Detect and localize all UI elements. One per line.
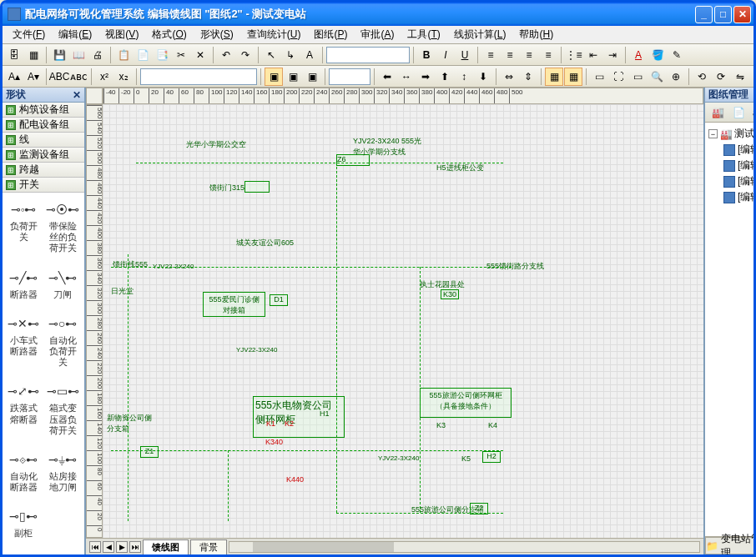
node-l16[interactable]: 555旅游公司侧环网柜（具备接地条件） [420, 388, 512, 418]
close-button[interactable]: ✕ [733, 6, 751, 23]
rp-tab-substation[interactable]: 📁 变电站管理 [705, 537, 753, 554]
shape-group-item[interactable]: ⊞监测设备组 [3, 148, 84, 163]
redo-icon[interactable]: ↷ [236, 46, 255, 64]
shape-item[interactable]: ⊸▯⊷副柜 [6, 503, 41, 542]
menu-查询统计[interactable]: 查询统计(U) [240, 26, 308, 43]
italic-icon[interactable]: I [436, 46, 455, 64]
fill-color-icon[interactable]: 🪣 [648, 46, 667, 64]
grid-toggle-icon[interactable]: ▦ [545, 68, 563, 86]
shape-item[interactable]: ⊸⤢⊷跌落式熔断器 [6, 378, 41, 439]
dist-h-icon[interactable]: ⇔ [500, 68, 518, 86]
node-h2[interactable]: H2 [482, 451, 501, 463]
tree-root-node[interactable]: − 🏭 测试变电站 [708, 126, 753, 142]
paste-icon[interactable]: 📄 [134, 46, 152, 64]
open-icon[interactable]: 📖 [69, 46, 88, 64]
canvas-viewport[interactable]: Z6 光华小学期公交空 YJV22-3X240 555光华小学期分支线 H5进线… [103, 104, 703, 538]
menu-编辑[interactable]: 编辑(E) [52, 26, 98, 43]
pointer-icon[interactable]: ↖ [262, 46, 280, 64]
underline-icon[interactable]: U [456, 46, 474, 64]
quick-search-input[interactable] [326, 47, 410, 63]
bold-icon[interactable]: B [417, 46, 436, 64]
menu-格式[interactable]: 格式(O) [145, 26, 193, 43]
node-315[interactable] [244, 181, 270, 193]
view-normal-icon[interactable]: ▭ [590, 68, 608, 86]
align-left-icon[interactable]: ≡ [481, 46, 500, 64]
duplicate-icon[interactable]: 📑 [153, 46, 171, 64]
dist-v-icon[interactable]: ⇕ [519, 68, 537, 86]
align-r-icon[interactable]: ➡ [416, 68, 435, 86]
tree-drawing-node[interactable]: [编辑]图纸4 [723, 173, 753, 189]
tab-nav-prev-icon[interactable]: ◀ [103, 541, 114, 553]
shape-item[interactable]: ⊸╲⊷刀闸 [44, 264, 81, 304]
menu-视图[interactable]: 视图(V) [98, 26, 145, 43]
shape-item[interactable]: ⊸○⊷自动化负荷开关 [44, 310, 81, 372]
sheet-tab-background[interactable]: 背景 [190, 539, 227, 554]
sheet-tab-feeder[interactable]: 馈线图 [143, 539, 189, 554]
shape-item[interactable]: ⊸▭⊷箱式变压器负荷开关 [44, 378, 81, 439]
shape-item[interactable]: ⊸◦⊷负荷开关 [6, 196, 41, 258]
align-b-icon[interactable]: ⬇ [474, 68, 492, 86]
save-icon[interactable]: 💾 [50, 46, 68, 64]
align-t-icon[interactable]: ⬆ [436, 68, 454, 86]
diagram-canvas[interactable]: Z6 光华小学期公交空 YJV22-3X240 555光华小学期分支线 H5进线… [103, 104, 703, 538]
table-icon[interactable]: ▦ [24, 46, 43, 64]
layer2-icon[interactable]: ▣ [284, 68, 302, 86]
node-d1[interactable]: D1 [270, 294, 288, 306]
tree-drawing-node[interactable]: [编辑]图纸1 [723, 158, 753, 173]
rotate-l-icon[interactable]: ⟲ [693, 68, 711, 86]
connector-icon[interactable]: ↳ [281, 46, 300, 64]
horizontal-scrollbar[interactable] [229, 541, 700, 553]
menu-线损计算[interactable]: 线损计算(L) [447, 26, 513, 43]
menu-工具[interactable]: 工具(T) [401, 26, 446, 43]
align-center-icon[interactable]: ≡ [501, 46, 519, 64]
node-h1-box[interactable]: 555水电物资公司侧环网柜 [253, 396, 345, 438]
shapes-panel-close-icon[interactable]: ✕ [73, 89, 81, 101]
shape-group-item[interactable]: ⊞配电设备组 [3, 118, 84, 133]
node-d1-box[interactable]: 555爱民门诊侧对接箱 [203, 292, 265, 317]
new-substation-icon[interactable]: 🏭 [708, 103, 727, 122]
rename-icon[interactable]: abl [750, 103, 753, 122]
maximize-button[interactable]: □ [714, 6, 732, 23]
menu-帮助[interactable]: 帮助(H) [512, 26, 560, 43]
layer1-icon[interactable]: ▣ [265, 68, 283, 86]
font-color-icon[interactable]: A [629, 46, 648, 64]
print-icon[interactable]: 🖨 [88, 46, 107, 64]
tab-nav-last-icon[interactable]: ⏭ [129, 541, 141, 553]
view-fit-icon[interactable]: ⛶ [609, 68, 627, 86]
indent-inc-icon[interactable]: ⇥ [603, 46, 622, 64]
line-color-icon[interactable]: ✎ [668, 46, 686, 64]
shape-group-item[interactable]: ⊞跨越 [3, 163, 84, 178]
uppercase-icon[interactable]: ABC [50, 68, 68, 86]
tab-nav-first-icon[interactable]: ⏮ [89, 541, 101, 553]
cut-icon[interactable]: ✂ [172, 46, 190, 64]
layer3-icon[interactable]: ▣ [303, 68, 321, 86]
zoom-sel-icon[interactable]: 🔍 [648, 68, 666, 86]
shape-group-item[interactable]: ⊞线 [3, 133, 84, 148]
align-m-icon[interactable]: ↕ [455, 68, 473, 86]
align-l-icon[interactable]: ⬅ [378, 68, 396, 86]
node-z1[interactable]: Z1 [140, 446, 159, 458]
width-input[interactable] [329, 68, 370, 85]
font-inc-icon[interactable]: A▴ [5, 68, 23, 86]
bullets-icon[interactable]: ⋮≡ [565, 46, 583, 64]
zoom-all-icon[interactable]: ⊕ [667, 68, 685, 86]
shape-item[interactable]: ⊸✕⊷小车式断路器 [6, 310, 41, 372]
tree-drawing-node[interactable]: [编辑]图纸2 [723, 142, 753, 158]
superscript-icon[interactable]: x² [95, 68, 113, 86]
shape-item[interactable]: ⊸⟐⊷自动化断路器 [6, 446, 41, 496]
view-page-icon[interactable]: ▭ [628, 68, 647, 86]
menu-形状[interactable]: 形状(S) [194, 26, 240, 43]
shape-group-item[interactable]: ⊞开关 [3, 178, 84, 193]
delete-icon[interactable]: ✕ [191, 46, 209, 64]
align-right-icon[interactable]: ≡ [520, 46, 538, 64]
flip-icon[interactable]: ⇋ [731, 68, 749, 86]
align-c-icon[interactable]: ↔ [397, 68, 416, 86]
tree-collapse-icon[interactable]: − [708, 129, 718, 138]
rotate-r-icon[interactable]: ⟳ [712, 68, 730, 86]
shape-item[interactable]: ⊸╱⊷断路器 [6, 264, 41, 304]
font-family-input[interactable] [140, 68, 257, 85]
subscript-icon[interactable]: x₂ [114, 68, 133, 86]
undo-icon[interactable]: ↶ [217, 46, 235, 64]
indent-dec-icon[interactable]: ⇤ [584, 46, 602, 64]
copy-icon[interactable]: 📋 [114, 46, 133, 64]
